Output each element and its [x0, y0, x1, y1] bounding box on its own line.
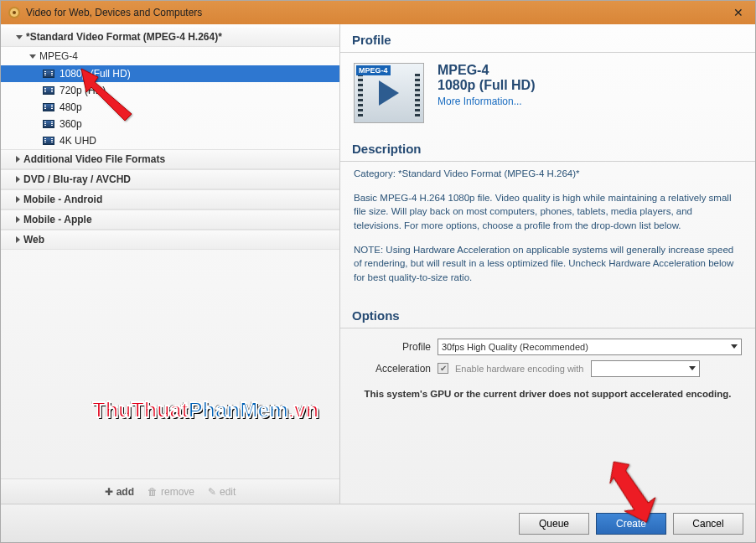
encoder-dropdown[interactable] [591, 360, 700, 377]
format-360p[interactable]: 360p [1, 116, 339, 132]
format-4k[interactable]: 4K UHD [1, 132, 339, 149]
app-icon [8, 6, 21, 19]
chevron-right-icon [16, 216, 20, 223]
film-icon [43, 86, 54, 95]
tree-toolbar: ✚add 🗑remove ✎edit [1, 478, 339, 504]
chevron-right-icon [16, 196, 20, 203]
category-standard[interactable]: *Standard Video Format (MPEG-4 H.264)* [1, 28, 339, 47]
chevron-down-icon [29, 54, 36, 59]
profile-dropdown-value: 30fps High Quality (Recommended) [442, 342, 588, 352]
format-label: 4K UHD [60, 135, 96, 147]
cancel-button[interactable]: Cancel [673, 513, 743, 535]
chevron-right-icon [16, 176, 20, 183]
close-button[interactable]: ✕ [728, 6, 748, 19]
profile-dropdown-label: Profile [354, 341, 431, 353]
details-pane: Profile MPEG-4 MPEG-4 1080p (Full HD) Mo… [340, 24, 755, 504]
subcategory-mpeg4[interactable]: MPEG-4 [1, 47, 339, 65]
create-button[interactable]: Create [596, 513, 666, 535]
category-label: *Standard Video Format (MPEG-4 H.264)* [26, 31, 222, 43]
category-label: Additional Video File Formats [23, 153, 165, 165]
format-label: 1080p (Full HD) [60, 68, 131, 80]
category-label: Web [23, 234, 44, 246]
add-button[interactable]: ✚add [105, 486, 134, 498]
category-label: Mobile - Apple [23, 214, 92, 225]
remove-label: remove [161, 486, 194, 498]
description-text-1: Basic MPEG-4 H.264 1080p file. Video qua… [354, 191, 742, 233]
plus-icon: ✚ [105, 486, 113, 498]
description-category: Category: *Standard Video Format (MPEG-4… [354, 167, 742, 181]
film-icon [43, 70, 54, 78]
category-dvd[interactable]: DVD / Blu-ray / AVCHD [1, 169, 339, 189]
chevron-down-icon [16, 35, 23, 39]
queue-button[interactable]: Queue [519, 513, 589, 535]
edit-label: edit [220, 486, 236, 498]
chevron-down-icon [689, 366, 696, 370]
codec-badge: MPEG-4 [356, 65, 391, 75]
subcategory-label: MPEG-4 [39, 50, 78, 62]
category-apple[interactable]: Mobile - Apple [1, 209, 339, 230]
add-label: add [117, 486, 134, 498]
category-label: Mobile - Android [23, 194, 102, 205]
format-1080p[interactable]: 1080p (Full HD) [1, 65, 339, 82]
profile-thumbnail: MPEG-4 [354, 63, 424, 123]
category-label: DVD / Blu-ray / AVCHD [23, 173, 131, 185]
format-label: 360p [60, 118, 82, 130]
description-text-2: NOTE: Using Hardware Acceleration on app… [354, 243, 742, 285]
category-android[interactable]: Mobile - Android [1, 189, 339, 209]
category-additional[interactable]: Additional Video File Formats [1, 149, 339, 169]
dialog-footer: Queue Create Cancel [1, 504, 755, 542]
pencil-icon: ✎ [208, 486, 216, 498]
chevron-right-icon [16, 156, 20, 163]
description-heading: Description [340, 133, 755, 162]
play-icon [379, 80, 399, 106]
format-480p[interactable]: 480p [1, 99, 339, 116]
profile-heading: Profile [340, 24, 755, 53]
edit-button[interactable]: ✎edit [208, 486, 236, 498]
acceleration-label: Acceleration [354, 363, 431, 375]
film-icon [43, 103, 54, 111]
category-web[interactable]: Web [1, 230, 339, 250]
titlebar: Video for Web, Devices and Computers ✕ [1, 1, 755, 24]
format-label: 720p (HD) [60, 85, 106, 96]
acceleration-checkbox-label: Enable hardware encoding with [455, 364, 584, 374]
acceleration-checkbox[interactable]: ✔ [438, 363, 448, 374]
film-icon [43, 120, 54, 128]
profile-dropdown[interactable]: 30fps High Quality (Recommended) [438, 339, 742, 355]
film-icon [43, 137, 54, 145]
gpu-warning: This system's GPU or the current driver … [354, 382, 742, 406]
window-title: Video for Web, Devices and Computers [26, 7, 202, 18]
options-heading: Options [340, 300, 755, 328]
format-label: 480p [60, 101, 82, 113]
remove-button[interactable]: 🗑remove [148, 486, 194, 498]
more-info-link[interactable]: More Information... [438, 96, 522, 107]
svg-point-2 [13, 11, 16, 14]
format-720p[interactable]: 720p (HD) [1, 82, 339, 99]
chevron-right-icon [16, 236, 20, 243]
trash-icon: 🗑 [148, 486, 158, 498]
chevron-down-icon [731, 344, 738, 349]
format-tree-pane: *Standard Video Format (MPEG-4 H.264)* M… [1, 24, 340, 504]
profile-title: MPEG-4 [438, 63, 535, 78]
profile-subtitle: 1080p (Full HD) [438, 78, 535, 93]
